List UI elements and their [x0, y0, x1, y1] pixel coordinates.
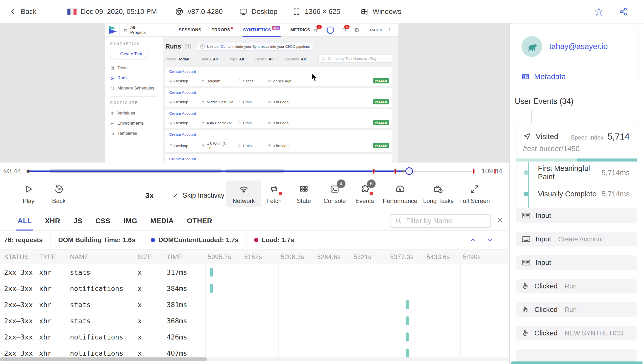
full-screen-button[interactable]: Full Screen [459, 183, 490, 204]
console-button[interactable]: 4 Console [324, 183, 346, 204]
info-icon: i [200, 44, 205, 49]
back-10s-button[interactable]: 10 Back [52, 183, 65, 204]
current-time: 93:44 [4, 167, 21, 175]
network-stats-bar: 76: requests DOM Building Time: 1.6s DOM… [0, 231, 509, 249]
event-item-input[interactable]: Input [516, 255, 637, 270]
timeline-track[interactable] [28, 171, 475, 172]
fetch-icon [269, 183, 279, 195]
filter-type: TypeAll [229, 57, 248, 61]
network-tabs: ALL XHR JS CSS IMG MEDIA OTHER ✕ [0, 211, 509, 231]
event-item-partial[interactable] [516, 349, 637, 362]
performance-button[interactable]: Performance [383, 183, 417, 204]
event-item-clicked[interactable]: ClickedNEW SYNTHETICS [516, 326, 637, 340]
event-item-input[interactable]: InputCreate Account [516, 232, 637, 246]
table-row[interactable]: 2xx–3xxxhrstatsx317ms [0, 264, 509, 280]
replayed-app-sidebar: SYNTHETICS +Create Test Tests Runs [105, 37, 163, 163]
play-button[interactable]: Play [23, 183, 35, 204]
keyboard-icon [522, 212, 530, 219]
tab-img[interactable]: IMG [123, 211, 137, 231]
skip-inactivity-toggle[interactable]: ✓ Skip Inactivity [173, 191, 225, 199]
kebab-menu-icon: ⋮ [387, 27, 392, 33]
player-panel: 93:44 109:44 [0, 163, 509, 211]
waterfall-bar [406, 349, 409, 358]
tab-css[interactable]: CSS [95, 211, 110, 231]
jump-down-button[interactable] [486, 236, 494, 244]
red-dot-icon [254, 238, 258, 242]
tab-all[interactable]: ALL [18, 211, 32, 231]
status-badge: PASSED [373, 99, 389, 104]
monitor-icon [239, 7, 247, 16]
clipboard-icon [110, 66, 114, 70]
template-icon [110, 131, 114, 136]
divider [110, 96, 158, 97]
speed-toggle[interactable]: 3x [145, 191, 154, 200]
runs-count: 76 [184, 43, 191, 50]
error-marker [395, 169, 396, 174]
event-item-clicked[interactable]: ClickedRun [516, 302, 637, 317]
user-email-link[interactable]: tahay@asayer.io [549, 42, 608, 51]
network-panel: ALL XHR JS CSS IMG MEDIA OTHER ✕ 76: req… [0, 211, 509, 364]
user-card: tahay@asayer.io Metadata [515, 25, 638, 85]
fetch-button[interactable]: Fetch [266, 183, 282, 204]
event-item-clicked[interactable]: ClickedRun [516, 279, 637, 293]
visited-event-card[interactable]: Visited Speed Index 5,714 /test-builder/… [516, 125, 637, 208]
top-bar: Back Dec 09, 2020, 05:10 PM v87.0.4280 D… [0, 0, 644, 24]
playhead-handle[interactable] [405, 167, 413, 175]
user-menu: KRAIEM ⋮ [363, 24, 395, 37]
device-info: Desktop [239, 7, 278, 16]
status-badge: PASSED [373, 120, 389, 125]
state-button[interactable]: State [297, 183, 311, 204]
hierarchy-icon [110, 121, 114, 126]
long-tasks-button[interactable]: Long Tasks [423, 183, 454, 204]
metric-row: Visually Complete 5,714ms [516, 183, 630, 204]
table-row[interactable]: 2xx–3xxxhrstatsx381ms [0, 297, 509, 313]
device-type: Desktop [252, 8, 278, 16]
timeline[interactable]: 93:44 109:44 [0, 163, 509, 179]
create-test-button: +Create Test [110, 49, 148, 59]
metric-dot [524, 170, 529, 175]
table-row[interactable]: 2xx–3xxxhrstatsx368ms [0, 313, 509, 329]
back-10-icon: 10 [54, 183, 64, 195]
waterfall-bar [210, 284, 213, 293]
favorite-star-icon[interactable]: ☆ [594, 6, 604, 17]
table-row[interactable]: 2xx–3xxxhrnotificationsx384ms [0, 280, 509, 297]
tab-xhr[interactable]: XHR [45, 211, 60, 231]
dom-building-time: DOM Building Time: 1.6s [50, 235, 143, 245]
horizontal-scrollbar[interactable] [0, 357, 509, 361]
event-item-input[interactable]: Input [516, 208, 637, 223]
network-button[interactable]: Network [226, 180, 261, 207]
tab-media[interactable]: MEDIA [150, 211, 174, 231]
requests-count: 76: requests [0, 235, 50, 245]
window-icon [124, 28, 128, 32]
run-name-link: Create Account [165, 109, 392, 118]
back-button[interactable]: Back [9, 8, 36, 16]
blue-dot-icon [151, 238, 155, 242]
scrollbar-thumb[interactable] [0, 357, 207, 361]
windows-icon [360, 8, 368, 16]
pointer-hand-icon [522, 306, 529, 313]
table-row[interactable]: 2xx–3xxxhrnotificationsx426ms [0, 329, 509, 345]
share-icon[interactable] [619, 7, 628, 16]
metadata-button[interactable]: Metadata [515, 68, 638, 85]
sidebar-item-tests: Tests [110, 63, 163, 73]
events-button[interactable]: 6 Events [355, 183, 374, 204]
run-name-link: Create Account [165, 67, 392, 76]
tab-js[interactable]: JS [73, 211, 82, 231]
back-label: Back [21, 8, 36, 16]
announcements-icon: 1 [310, 24, 323, 37]
filter-by-name-input[interactable] [390, 214, 491, 228]
sidebar-item-templates: Templates [110, 128, 163, 139]
run-card: Create Account Desktop Belgium 4 secs 27… [165, 67, 392, 86]
close-panel-icon[interactable]: ✕ [496, 216, 504, 225]
tab-other[interactable]: OTHER [187, 211, 212, 231]
end-time: 109:44 [481, 167, 502, 175]
scroll-indicator [511, 361, 642, 364]
resolution-info: 1366 × 625 [292, 7, 340, 16]
jump-up-button[interactable] [469, 236, 477, 244]
events-badge: 6 [367, 179, 376, 188]
tab-errors: ERRORS [211, 24, 233, 37]
briefcase-clock-icon [433, 183, 444, 195]
puzzle-icon: 6 [359, 183, 370, 195]
player-controls: Play 10 Back 3x ✓ Skip Inactivity [0, 179, 509, 211]
run-name-link: Create Account [165, 88, 392, 97]
